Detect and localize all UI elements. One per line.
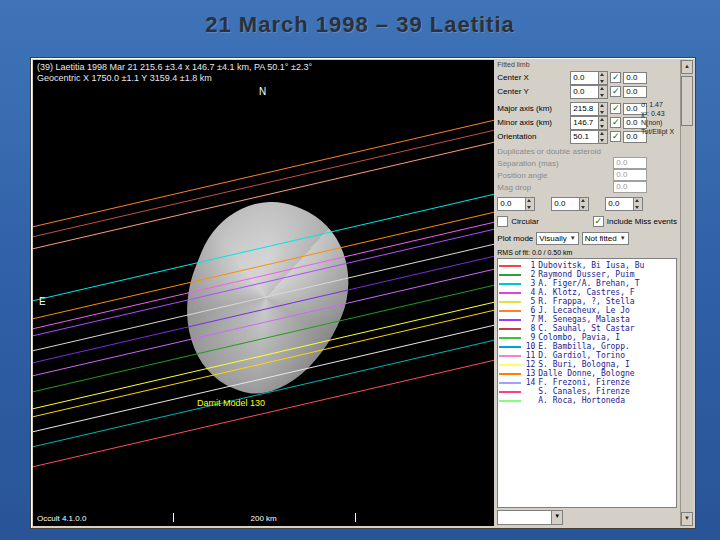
- plot-column: (39) Laetitia 1998 Mar 21 215.6 ±3.4 x 1…: [33, 60, 494, 526]
- scrollbar-track[interactable]: [681, 126, 693, 512]
- observer-number: 2: [524, 270, 535, 279]
- vertical-scrollbar[interactable]: ▲ ▼: [680, 60, 693, 526]
- observer-name: E. Bambilla, Gropp.: [538, 342, 630, 351]
- observer-row[interactable]: A. Roca, Hortoneda: [499, 396, 675, 405]
- param-checkbox[interactable]: ✓: [610, 103, 621, 114]
- param-label: Major axis (km): [497, 104, 568, 113]
- observer-name: S. Canales, Firenze: [538, 387, 630, 396]
- observer-row[interactable]: 3A. Figer/A. Brehan, T: [499, 279, 675, 288]
- north-label: N: [259, 86, 266, 97]
- value-spinbox[interactable]: 146.7: [570, 116, 608, 130]
- spinner-arrows-icon[interactable]: [598, 103, 607, 115]
- duplicate-value: 0.0: [613, 181, 647, 193]
- observer-row[interactable]: S. Canales, Firenze: [499, 387, 675, 396]
- observer-row[interactable]: 11D. Gardiol, Torino: [499, 351, 675, 360]
- observer-row[interactable]: 6J. Lecacheux, Le Jo: [499, 306, 675, 315]
- chord-line: [33, 192, 494, 357]
- observer-row[interactable]: 13Dalle Donne, Bologne: [499, 369, 675, 378]
- observer-row[interactable]: 12S. Buri, Bologna, I: [499, 360, 675, 369]
- spin-down-icon[interactable]: [599, 109, 607, 115]
- spin-down-icon[interactable]: [599, 92, 607, 98]
- chord-line: [33, 280, 494, 445]
- spin-down-icon[interactable]: [634, 204, 642, 210]
- value-spinbox[interactable]: 215.8: [570, 102, 608, 116]
- east-label: E: [39, 296, 46, 307]
- value-spinbox[interactable]: 0.0: [605, 197, 643, 211]
- chord-color-swatch: [499, 292, 521, 294]
- checkbox-row: Circular ✓ Include Miss events: [497, 216, 677, 227]
- spin-down-icon[interactable]: [599, 123, 607, 129]
- observer-name: M. Senegas, Malasta: [538, 315, 630, 324]
- spin-down-icon[interactable]: [526, 204, 534, 210]
- observer-row[interactable]: 4A. Klotz, Castres, F: [499, 288, 675, 297]
- spinner-arrows-icon[interactable]: [525, 198, 534, 210]
- observer-row[interactable]: 9Colombo, Pavia, I: [499, 333, 675, 342]
- param-row: Minor axis (km)146.7✓0.0: [497, 116, 647, 129]
- observer-row[interactable]: 10E. Bambilla, Gropp.: [499, 342, 675, 351]
- param-label: Orientation: [497, 132, 568, 141]
- observer-row[interactable]: 7M. Senegas, Malasta: [499, 315, 675, 324]
- chord-color-swatch: [499, 283, 521, 285]
- value-spinbox[interactable]: 0.0: [570, 85, 608, 99]
- spinner-arrows-icon[interactable]: [633, 198, 642, 210]
- value-spinbox[interactable]: 0.0: [570, 71, 608, 85]
- chord-line: [33, 239, 494, 404]
- observer-row[interactable]: 14F. Frezoni, Firenze: [499, 378, 675, 387]
- observer-name: C. Sauhal, St Castar: [538, 324, 634, 333]
- plot-mode-dropdown[interactable]: Visually ▼: [536, 232, 578, 245]
- chevron-down-icon[interactable]: ▼: [551, 511, 562, 524]
- include-miss-checkbox[interactable]: ✓: [593, 216, 604, 227]
- plot-header: (39) Laetitia 1998 Mar 21 215.6 ±3.4 x 1…: [37, 62, 312, 84]
- observer-name: A. Figer/A. Brehan, T: [538, 279, 639, 288]
- observer-number: 9: [524, 333, 535, 342]
- bottom-combobox[interactable]: ▼: [497, 510, 563, 525]
- observer-name: F. Frezoni, Firenze: [538, 378, 630, 387]
- chord-color-swatch: [499, 391, 521, 393]
- plot-mode-row: Plot mode Visually ▼ Not fitted ▼: [497, 232, 677, 245]
- param-checkbox[interactable]: ✓: [610, 131, 621, 142]
- plot-header-line2: Geocentric X 1750.0 ±1.1 Y 3159.4 ±1.8 k…: [37, 73, 312, 84]
- scroll-down-arrow-icon[interactable]: ▼: [681, 512, 693, 526]
- param-checkbox[interactable]: ✓: [610, 86, 621, 97]
- spinbox-value: 0.0: [552, 198, 579, 210]
- value-spinbox[interactable]: 0.0: [497, 197, 535, 211]
- duplicate-row: Position angle0.0: [497, 169, 647, 181]
- duplicates-title: Duplicates or double asteroid: [497, 147, 677, 156]
- spinner-arrows-icon[interactable]: [598, 131, 607, 143]
- chord-color-swatch: [499, 301, 521, 303]
- fit-stat-line: σ: 1.47: [641, 100, 677, 109]
- chord-line: [33, 255, 494, 420]
- param-row: Center X0.0✓0.0: [497, 71, 647, 84]
- param-row: Center Y0.0✓0.0: [497, 85, 647, 98]
- spinner-arrows-icon[interactable]: [598, 72, 607, 84]
- spinner-arrows-icon[interactable]: [579, 198, 588, 210]
- presentation-slide: 21 March 1998 – 39 Laetitia (39) Laetiti…: [0, 0, 720, 540]
- scrollbar-thumb[interactable]: [681, 76, 693, 126]
- chevron-down-icon: ▼: [570, 233, 576, 244]
- observer-row[interactable]: 2Raymond Dusser, Puim: [499, 270, 675, 279]
- chord-color-swatch: [499, 310, 521, 312]
- scale-tick-right: [355, 513, 356, 522]
- spinner-arrows-icon[interactable]: [598, 86, 607, 98]
- circular-checkbox[interactable]: [497, 216, 508, 227]
- param-row: Orientation50.1✓0.0: [497, 130, 647, 143]
- chord-line: [33, 199, 494, 364]
- observer-row[interactable]: 5R. Frappa, ?, Stella: [499, 297, 675, 306]
- param-checkbox[interactable]: ✓: [610, 117, 621, 128]
- spin-down-icon[interactable]: [599, 78, 607, 84]
- value-spinbox[interactable]: 0.0: [551, 197, 589, 211]
- observer-name: Colombo, Pavia, I: [538, 333, 620, 342]
- param-checkbox[interactable]: ✓: [610, 72, 621, 83]
- value-spinbox[interactable]: 50.1: [570, 130, 608, 144]
- spinner-arrows-icon[interactable]: [598, 117, 607, 129]
- chord-line: [33, 100, 494, 265]
- spin-down-icon[interactable]: [580, 204, 588, 210]
- observer-row[interactable]: 8C. Sauhal, St Castar: [499, 324, 675, 333]
- param-label: Center Y: [497, 87, 568, 96]
- spin-down-icon[interactable]: [599, 137, 607, 143]
- fit-mode-dropdown[interactable]: Not fitted ▼: [582, 232, 629, 245]
- observer-list[interactable]: 1Dubovitsk, Bi Iusa, Bu2Raymond Dusser, …: [497, 258, 677, 508]
- observer-row[interactable]: 1Dubovitsk, Bi Iusa, Bu: [499, 261, 675, 270]
- scroll-up-arrow-icon[interactable]: ▲: [681, 60, 693, 74]
- duplicate-label: Position angle: [497, 171, 611, 180]
